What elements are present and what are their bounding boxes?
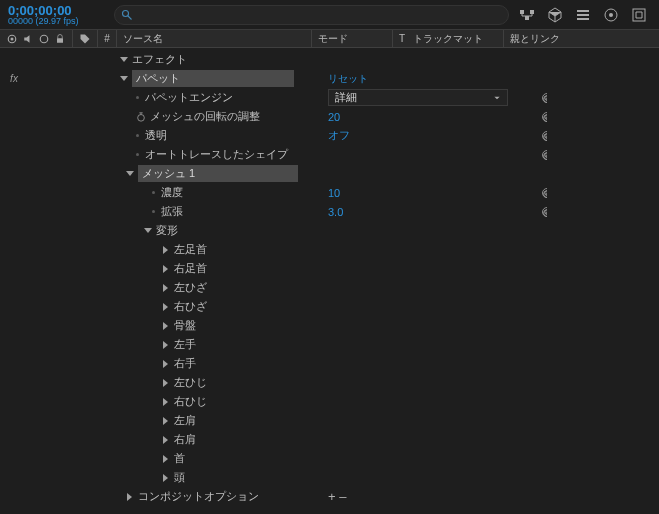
video-col-icon[interactable] xyxy=(6,33,18,45)
svg-point-15 xyxy=(138,114,145,121)
transparent-value[interactable]: オフ xyxy=(328,128,350,143)
pickwhip-icon[interactable] xyxy=(541,130,553,142)
pickwhip-icon[interactable] xyxy=(541,111,553,123)
twirl-composite-options[interactable] xyxy=(124,491,136,503)
pin-label[interactable]: 右ひざ xyxy=(174,299,207,314)
twirl-pin[interactable] xyxy=(160,320,172,332)
timecode[interactable]: 0;00;00;00 xyxy=(8,4,114,17)
bullet xyxy=(136,134,139,137)
pickwhip-icon[interactable] xyxy=(541,187,553,199)
dropdown-value: 詳細 xyxy=(335,90,357,105)
prop-puppet-engine[interactable]: パペットエンジン xyxy=(145,90,233,105)
twirl-pin[interactable] xyxy=(160,339,172,351)
twirl-effects[interactable] xyxy=(118,54,130,66)
motion-blur-icon[interactable] xyxy=(631,7,647,23)
stopwatch-icon[interactable] xyxy=(136,112,146,122)
bullet xyxy=(136,153,139,156)
composite-add-remove[interactable]: + – xyxy=(328,489,346,504)
svg-rect-4 xyxy=(525,16,529,20)
twirl-pin[interactable] xyxy=(160,263,172,275)
bullet xyxy=(136,96,139,99)
chevron-down-icon xyxy=(493,94,501,102)
effects-label[interactable]: エフェクト xyxy=(132,52,187,67)
mesh-rotation-value[interactable]: 20 xyxy=(328,111,340,123)
svg-rect-6 xyxy=(577,14,589,16)
search-input[interactable] xyxy=(137,9,502,21)
source-name-col[interactable]: ソース名 xyxy=(117,32,311,46)
index-col[interactable]: # xyxy=(98,33,116,44)
pin-label[interactable]: 右足首 xyxy=(174,261,207,276)
prop-autotrace[interactable]: オートトレースしたシェイプ xyxy=(145,147,288,162)
svg-rect-2 xyxy=(520,10,524,14)
twirl-pin[interactable] xyxy=(160,301,172,313)
pin-label[interactable]: 頭 xyxy=(174,470,185,485)
prop-expansion[interactable]: 拡張 xyxy=(161,204,183,219)
twirl-pin[interactable] xyxy=(160,282,172,294)
audio-col-icon[interactable] xyxy=(22,33,34,45)
pin-label[interactable]: 左ひざ xyxy=(174,280,207,295)
pin-label[interactable]: 骨盤 xyxy=(174,318,196,333)
twirl-pin[interactable] xyxy=(160,453,172,465)
timeline-tree: エフェクト fx パペット リセット パペットエンジン 詳細 メッシュの回転の調… xyxy=(0,48,659,506)
mode-col[interactable]: モード xyxy=(312,32,392,46)
svg-point-9 xyxy=(609,13,613,17)
trackmatte-col[interactable]: トラックマット xyxy=(407,32,503,46)
twirl-pin[interactable] xyxy=(160,358,172,370)
draft3d-icon[interactable] xyxy=(547,7,563,23)
pin-label[interactable]: 左肩 xyxy=(174,413,196,428)
density-value[interactable]: 10 xyxy=(328,187,340,199)
twirl-puppet[interactable] xyxy=(118,73,130,85)
twirl-pin[interactable] xyxy=(160,472,172,484)
pin-label[interactable]: 左ひじ xyxy=(174,375,207,390)
svg-line-1 xyxy=(128,15,132,19)
group-deform[interactable]: 変形 xyxy=(156,223,178,238)
bullet xyxy=(152,191,155,194)
twirl-pin[interactable] xyxy=(160,244,172,256)
pin-label[interactable]: 右肩 xyxy=(174,432,196,447)
prop-density[interactable]: 濃度 xyxy=(161,185,183,200)
frame-blend-icon[interactable] xyxy=(603,7,619,23)
timecode-sub: 00000 (29.97 fps) xyxy=(8,17,114,26)
svg-rect-3 xyxy=(530,10,534,14)
twirl-pin[interactable] xyxy=(160,377,172,389)
shy-icon[interactable] xyxy=(575,7,591,23)
lock-col-icon[interactable] xyxy=(54,33,66,45)
effect-name-puppet[interactable]: パペット xyxy=(132,70,294,87)
svg-rect-10 xyxy=(633,9,645,21)
svg-rect-7 xyxy=(577,18,589,20)
pin-label[interactable]: 右ひじ xyxy=(174,394,207,409)
bullet xyxy=(152,210,155,213)
group-mesh1[interactable]: メッシュ 1 xyxy=(138,165,298,182)
prop-transparent[interactable]: 透明 xyxy=(145,128,167,143)
pickwhip-icon[interactable] xyxy=(541,92,553,104)
svg-point-0 xyxy=(123,10,129,16)
expansion-value[interactable]: 3.0 xyxy=(328,206,343,218)
fx-badge[interactable]: fx xyxy=(0,73,28,84)
t-col[interactable]: T xyxy=(393,33,407,44)
search-icon xyxy=(121,9,133,21)
twirl-mesh1[interactable] xyxy=(124,168,136,180)
search-field[interactable] xyxy=(114,5,509,25)
solo-col-icon[interactable] xyxy=(38,33,50,45)
pickwhip-icon[interactable] xyxy=(541,149,553,161)
svg-point-13 xyxy=(40,35,48,43)
label-col-icon[interactable] xyxy=(79,33,91,45)
pin-label[interactable]: 左足首 xyxy=(174,242,207,257)
composition-flowchart-icon[interactable] xyxy=(519,7,535,23)
timecode-display[interactable]: 0;00;00;00 00000 (29.97 fps) xyxy=(4,4,114,26)
parent-col[interactable]: 親とリンク xyxy=(504,32,659,46)
twirl-pin[interactable] xyxy=(160,415,172,427)
svg-rect-5 xyxy=(577,10,589,12)
pin-label[interactable]: 右手 xyxy=(174,356,196,371)
pin-label[interactable]: 左手 xyxy=(174,337,196,352)
prop-mesh-rotation[interactable]: メッシュの回転の調整 xyxy=(150,109,260,124)
twirl-pin[interactable] xyxy=(160,434,172,446)
puppet-engine-dropdown[interactable]: 詳細 xyxy=(328,89,508,106)
pickwhip-icon[interactable] xyxy=(541,206,553,218)
twirl-pin[interactable] xyxy=(160,396,172,408)
pin-label[interactable]: 首 xyxy=(174,451,185,466)
svg-rect-14 xyxy=(57,38,63,43)
twirl-deform[interactable] xyxy=(142,225,154,237)
group-composite-options[interactable]: コンポジットオプション xyxy=(138,489,259,504)
reset-link[interactable]: リセット xyxy=(328,72,368,86)
